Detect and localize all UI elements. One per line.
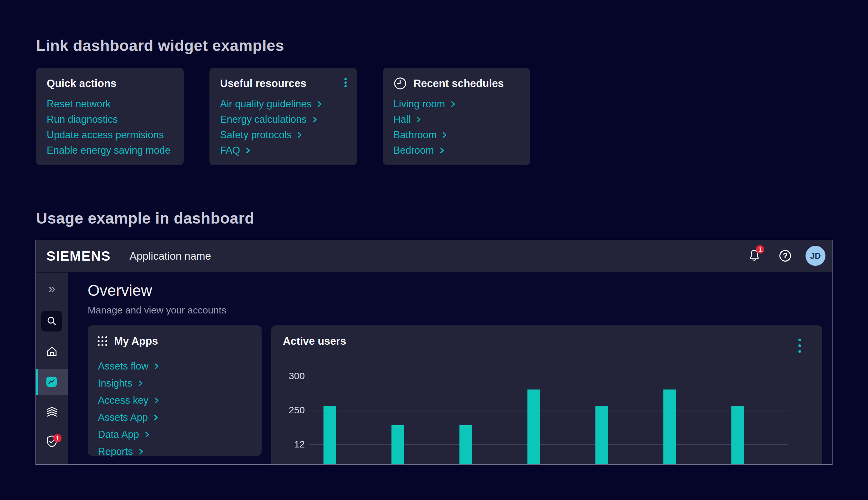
card-useful-resources: Useful resources Air quality guidelinesE…	[209, 68, 357, 165]
bar-7	[731, 406, 744, 465]
link-safety-protocols[interactable]: Safety protocols	[220, 127, 322, 143]
card-header: Useful resources	[220, 76, 348, 91]
link-data-app[interactable]: Data App	[98, 426, 159, 443]
y-axis-line	[310, 376, 310, 465]
sidebar-item-analytics-active[interactable]	[36, 369, 68, 395]
card-title: My Apps	[114, 335, 158, 347]
card-title: Useful resources	[220, 77, 306, 90]
kebab-menu-icon[interactable]	[344, 77, 347, 88]
chevron-right-icon	[138, 379, 144, 388]
link-label: Update access permisions	[47, 129, 164, 141]
card-header: My Apps	[97, 334, 253, 349]
card-header: Quick actions	[47, 76, 175, 91]
link-update-access-permisions[interactable]: Update access permisions	[47, 127, 170, 143]
notification-badge: 1	[756, 245, 764, 253]
gridline	[310, 376, 788, 376]
link-air-quality-guidelines[interactable]: Air quality guidelines	[220, 96, 322, 112]
chevron-right-icon	[154, 362, 159, 371]
page-subtitle: Manage and view your accounts	[88, 305, 226, 316]
link-bathroom[interactable]: Bathroom	[393, 127, 456, 143]
card-header: Recent schedules	[393, 76, 521, 91]
link-label: Bedroom	[393, 145, 434, 156]
link-bedroom[interactable]: Bedroom	[393, 143, 456, 158]
siemens-logo: SIEMENS	[46, 248, 111, 264]
chevron-right-icon	[312, 115, 318, 124]
sidebar-item-home[interactable]	[36, 346, 68, 357]
link-insights[interactable]: Insights	[98, 375, 159, 392]
link-run-diagnostics[interactable]: Run diagnostics	[47, 112, 170, 127]
chevron-right-icon	[442, 130, 447, 139]
link-label: Assets flow	[98, 361, 149, 372]
gridline	[310, 444, 788, 445]
link-label: Run diagnostics	[47, 114, 118, 125]
chevron-right-icon	[439, 146, 445, 155]
my-apps-links: Assets flowInsightsAccess keyAssets AppD…	[98, 357, 159, 460]
my-apps-card: My Apps Assets flowInsightsAccess keyAss…	[88, 326, 262, 456]
chevron-right-icon	[153, 413, 159, 422]
avatar[interactable]: JD	[806, 246, 825, 266]
link-label: Hall	[393, 114, 410, 125]
section-title-widget-examples: Link dashboard widget examples	[36, 37, 284, 55]
bar-2	[391, 425, 404, 465]
section-title-usage-example: Usage example in dashboard	[36, 209, 254, 227]
link-label: FAQ	[220, 145, 240, 156]
y-tick-label: 12	[271, 439, 305, 450]
chevron-right-icon	[144, 430, 150, 439]
help-button[interactable]: ?	[779, 250, 791, 262]
link-label: Living room	[393, 98, 445, 110]
sidebar-item-layers[interactable]	[36, 407, 68, 418]
link-label: Safety protocols	[220, 129, 292, 141]
y-tick-label: 300	[271, 371, 305, 382]
y-tick-label: 250	[271, 405, 305, 416]
layers-icon	[45, 406, 58, 418]
card-title: Quick actions	[47, 77, 116, 90]
dashboard-frame: SIEMENS Application name 1 ? JD »	[35, 240, 833, 465]
recent-schedules-links: Living roomHallBathroomBedroom	[393, 96, 456, 158]
link-label: Bathroom	[393, 129, 437, 141]
question-mark-icon: ?	[783, 251, 788, 260]
apps-grid-icon	[97, 336, 108, 347]
link-assets-flow[interactable]: Assets flow	[98, 357, 159, 375]
bar-1	[323, 406, 336, 465]
active-indicator-bar	[36, 369, 38, 395]
clock-icon	[393, 77, 407, 90]
sidebar-item-search[interactable]	[41, 311, 62, 331]
page-title: Overview	[88, 282, 152, 299]
active-users-card: Active users 30025012	[271, 326, 822, 465]
link-hall[interactable]: Hall	[393, 112, 456, 127]
sidebar: »	[36, 273, 68, 464]
bar-5	[595, 406, 608, 465]
home-icon	[46, 346, 58, 357]
bar-6	[663, 389, 676, 465]
link-reset-network[interactable]: Reset network	[47, 96, 170, 112]
link-label: Reports	[98, 446, 133, 457]
app-header: SIEMENS Application name 1 ? JD	[36, 240, 832, 273]
chevron-right-icon	[138, 447, 144, 456]
avatar-initials: JD	[810, 251, 821, 261]
chevron-right-icon	[317, 100, 322, 109]
link-energy-calculations[interactable]: Energy calculations	[220, 112, 322, 127]
sidebar-expand-button[interactable]: »	[36, 282, 68, 296]
notifications-button[interactable]: 1	[748, 249, 761, 262]
sidebar-item-security[interactable]	[36, 435, 68, 448]
link-living-room[interactable]: Living room	[393, 96, 456, 112]
link-label: Insights	[98, 378, 133, 389]
link-faq[interactable]: FAQ	[220, 143, 322, 158]
link-reports[interactable]: Reports	[98, 443, 159, 460]
quick-actions-links: Reset networkRun diagnosticsUpdate acces…	[47, 96, 170, 158]
link-label: Assets App	[98, 412, 148, 423]
security-badge: 1	[53, 434, 61, 442]
bar-4	[527, 389, 540, 465]
link-access-key[interactable]: Access key	[98, 392, 159, 409]
application-name: Application name	[129, 250, 211, 262]
link-enable-energy-saving-mode[interactable]: Enable energy saving mode	[47, 143, 170, 158]
link-label: Data App	[98, 429, 139, 440]
analytics-icon	[46, 377, 57, 387]
bar-chart: 30025012	[271, 326, 822, 465]
gridline	[310, 410, 788, 410]
link-assets-app[interactable]: Assets App	[98, 409, 159, 426]
link-label: Reset network	[47, 98, 111, 110]
chevron-right-icon	[154, 396, 159, 405]
search-icon	[46, 316, 57, 327]
chevron-right-icon	[416, 115, 421, 124]
